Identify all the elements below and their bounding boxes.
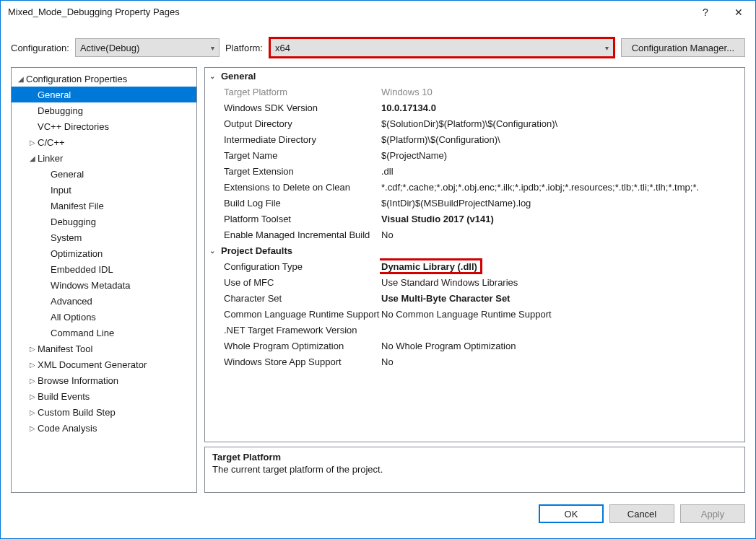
close-button[interactable]: ✕ bbox=[722, 1, 755, 24]
tree-item-label: All Options bbox=[51, 312, 96, 323]
property-label: Use of MFC bbox=[205, 277, 380, 288]
tree-item-c-c-[interactable]: ▷C/C++ bbox=[12, 134, 196, 150]
property-value[interactable]: Use Standard Windows Libraries bbox=[380, 277, 744, 288]
property-value[interactable]: No Whole Program Optimization bbox=[380, 341, 744, 351]
tree-item-optimization[interactable]: Optimization bbox=[12, 245, 196, 261]
configuration-manager-button[interactable]: Configuration Manager... bbox=[621, 38, 745, 57]
tree-item-label: Linker bbox=[38, 153, 63, 164]
expand-arrow-icon: ▷ bbox=[27, 393, 38, 400]
tree-item-label: General bbox=[38, 89, 71, 100]
tree-item-command-line[interactable]: Command Line bbox=[12, 325, 196, 341]
tree-item-windows-metadata[interactable]: Windows Metadata bbox=[12, 277, 196, 293]
category-header[interactable]: ⌄Project Defaults bbox=[205, 242, 744, 258]
property-value[interactable]: No bbox=[380, 356, 744, 367]
property-value[interactable]: .dll bbox=[380, 166, 744, 177]
tree-root[interactable]: ◢ Configuration Properties bbox=[12, 71, 196, 87]
expand-arrow-icon: ▷ bbox=[27, 377, 38, 385]
tree-item-all-options[interactable]: All Options bbox=[12, 309, 196, 325]
property-row[interactable]: Build Log File$(IntDir)$(MSBuildProjectN… bbox=[205, 195, 744, 211]
description-body: The current target platform of the proje… bbox=[212, 464, 737, 475]
tree-item-xml-document-generator[interactable]: ▷XML Document Generator bbox=[12, 356, 196, 372]
property-row[interactable]: Output Directory$(SolutionDir)$(Platform… bbox=[205, 115, 744, 131]
tree-item-label: Optimization bbox=[51, 248, 103, 259]
tree-item-debugging[interactable]: Debugging bbox=[12, 102, 196, 118]
property-value[interactable]: Visual Studio 2017 (v141) bbox=[380, 214, 744, 224]
property-row[interactable]: Common Language Runtime SupportNo Common… bbox=[205, 306, 744, 322]
property-row[interactable]: Target PlatformWindows 10 bbox=[205, 84, 744, 100]
property-row[interactable]: Windows SDK Version10.0.17134.0 bbox=[205, 100, 744, 115]
tree-item-custom-build-step[interactable]: ▷Custom Build Step bbox=[12, 404, 196, 420]
category-label: Project Defaults bbox=[221, 245, 292, 256]
property-label: Whole Program Optimization bbox=[205, 341, 380, 351]
property-grid[interactable]: ⌄GeneralTarget PlatformWindows 10Windows… bbox=[204, 67, 745, 442]
tree-item-label: Input bbox=[51, 185, 71, 196]
property-row[interactable]: Use of MFCUse Standard Windows Libraries bbox=[205, 274, 744, 290]
property-value[interactable]: $(Platform)\$(Configuration)\ bbox=[380, 134, 744, 145]
tree-item-debugging[interactable]: Debugging bbox=[12, 214, 196, 229]
collapse-arrow-icon: ⌄ bbox=[209, 72, 220, 80]
property-row[interactable]: Target Name$(ProjectName) bbox=[205, 147, 744, 163]
property-value[interactable]: No bbox=[380, 229, 744, 240]
tree-item-advanced[interactable]: Advanced bbox=[12, 293, 196, 309]
category-header[interactable]: ⌄General bbox=[205, 68, 744, 84]
tree-item-manifest-tool[interactable]: ▷Manifest Tool bbox=[12, 341, 196, 356]
platform-value: x64 bbox=[275, 43, 290, 53]
platform-label: Platform: bbox=[225, 43, 263, 53]
property-value[interactable]: No Common Language Runtime Support bbox=[380, 309, 744, 320]
tree-item-label: XML Document Generator bbox=[38, 359, 147, 370]
platform-dropdown[interactable]: x64 ▾ bbox=[269, 37, 615, 58]
expand-arrow-icon: ▷ bbox=[27, 424, 38, 432]
expand-arrow-icon: ▷ bbox=[27, 345, 38, 353]
tree-item-browse-information[interactable]: ▷Browse Information bbox=[12, 372, 196, 388]
property-value[interactable]: *.cdf;*.cache;*.obj;*.obj.enc;*.ilk;*.ip… bbox=[380, 182, 744, 193]
property-row[interactable]: Platform ToolsetVisual Studio 2017 (v141… bbox=[205, 211, 744, 227]
tree-item-system[interactable]: System bbox=[12, 229, 196, 245]
property-value[interactable]: Dynamic Library (.dll) bbox=[380, 258, 744, 274]
help-button[interactable]: ? bbox=[689, 1, 722, 24]
tree-item-embedded-idl[interactable]: Embedded IDL bbox=[12, 261, 196, 277]
property-label: Windows Store App Support bbox=[205, 356, 380, 367]
ok-button[interactable]: OK bbox=[539, 504, 604, 523]
tree-item-label: VC++ Directories bbox=[38, 121, 109, 132]
property-label: Target Name bbox=[205, 150, 380, 161]
tree-item-label: Build Events bbox=[38, 391, 90, 402]
property-row[interactable]: Windows Store App SupportNo bbox=[205, 354, 744, 369]
tree-item-label: Debugging bbox=[51, 216, 96, 227]
tree-item-label: Debugging bbox=[38, 105, 83, 116]
property-row[interactable]: Configuration TypeDynamic Library (.dll) bbox=[205, 258, 744, 274]
property-label: Target Extension bbox=[205, 166, 380, 177]
expand-arrow-icon: ▷ bbox=[27, 139, 38, 146]
apply-button[interactable]: Apply bbox=[680, 504, 745, 523]
tree-item-manifest-file[interactable]: Manifest File bbox=[12, 198, 196, 214]
tree-item-build-events[interactable]: ▷Build Events bbox=[12, 388, 196, 404]
property-row[interactable]: Character SetUse Multi-Byte Character Se… bbox=[205, 290, 744, 306]
window-title: Mixed_Mode_Debugging Property Pages bbox=[8, 6, 689, 17]
main-area: ◢ Configuration Properties GeneralDebugg… bbox=[1, 67, 755, 500]
property-row[interactable]: Enable Managed Incremental BuildNo bbox=[205, 227, 744, 242]
property-row[interactable]: Extensions to Delete on Clean*.cdf;*.cac… bbox=[205, 179, 744, 195]
tree-item-general[interactable]: General bbox=[12, 166, 196, 182]
property-value[interactable]: $(IntDir)$(MSBuildProjectName).log bbox=[380, 198, 744, 209]
property-label: Configuration Type bbox=[205, 261, 380, 272]
property-value[interactable]: $(SolutionDir)$(Platform)\$(Configuratio… bbox=[380, 118, 744, 129]
tree-item-code-analysis[interactable]: ▷Code Analysis bbox=[12, 420, 196, 436]
tree-item-input[interactable]: Input bbox=[12, 182, 196, 198]
titlebar: Mixed_Mode_Debugging Property Pages ? ✕ bbox=[1, 1, 755, 24]
right-pane: ⌄GeneralTarget PlatformWindows 10Windows… bbox=[204, 67, 745, 493]
property-value[interactable]: Windows 10 bbox=[380, 87, 744, 97]
configuration-dropdown[interactable]: Active(Debug) ▾ bbox=[75, 38, 220, 57]
tree-pane[interactable]: ◢ Configuration Properties GeneralDebugg… bbox=[11, 67, 197, 493]
property-value[interactable]: $(ProjectName) bbox=[380, 150, 744, 161]
property-row[interactable]: Whole Program OptimizationNo Whole Progr… bbox=[205, 338, 744, 354]
property-value[interactable]: Use Multi-Byte Character Set bbox=[380, 293, 744, 304]
tree-item-general[interactable]: General bbox=[12, 87, 196, 102]
tree-item-label: Custom Build Step bbox=[38, 407, 116, 418]
cancel-button[interactable]: Cancel bbox=[609, 504, 674, 523]
property-row[interactable]: Intermediate Directory$(Platform)\$(Conf… bbox=[205, 131, 744, 147]
tree-item-linker[interactable]: ◢Linker bbox=[12, 150, 196, 166]
tree-item-vc-directories[interactable]: VC++ Directories bbox=[12, 118, 196, 134]
property-row[interactable]: .NET Target Framework Version bbox=[205, 322, 744, 338]
tree-item-label: System bbox=[51, 232, 82, 243]
property-value[interactable]: 10.0.17134.0 bbox=[380, 102, 744, 113]
property-row[interactable]: Target Extension.dll bbox=[205, 163, 744, 179]
